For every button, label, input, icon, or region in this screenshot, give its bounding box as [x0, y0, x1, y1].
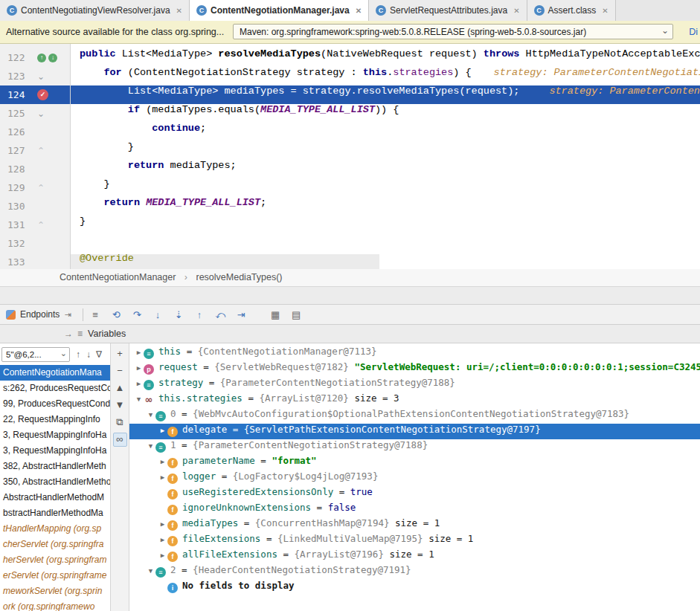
stack-frame-item[interactable]: bstractHandlerMethodMa: [0, 505, 110, 521]
stack-frame-item[interactable]: erServlet (org.springframe: [0, 568, 110, 583]
code-line[interactable]: }: [71, 178, 700, 197]
close-tab-icon[interactable]: ✕: [602, 7, 608, 15]
stack-frame-item[interactable]: 3, RequestMappingInfoHa: [0, 427, 110, 443]
pin-tab-icon[interactable]: ⇥: [64, 310, 71, 320]
next-frame-icon[interactable]: ↓: [83, 349, 94, 360]
expand-arrow-icon[interactable]: ▶: [134, 349, 144, 356]
stack-frame-item[interactable]: tHandlerMapping (org.sp: [0, 521, 110, 537]
variable-row[interactable]: ▼≡1 = {ParameterContentNegotiationStrate…: [129, 439, 700, 455]
collapse-arrow-icon[interactable]: ▼: [146, 567, 155, 575]
variable-row[interactable]: ▶≡this = {ContentNegotiationManager@7113…: [129, 346, 700, 361]
stack-frame-item[interactable]: AbstractHandlerMethodM: [0, 490, 110, 505]
code-line[interactable]: for (ContentNegotiationStrategy strategy…: [71, 67, 700, 85]
expand-arrow-icon[interactable]: ▶: [158, 520, 167, 528]
fold-start-icon[interactable]: ⌄: [37, 72, 45, 81]
previous-frame-icon[interactable]: ↑: [73, 349, 83, 360]
code-line[interactable]: @Override: [71, 253, 700, 269]
code-line[interactable]: return MEDIA_TYPE_ALL_LIST;: [71, 197, 700, 216]
fold-end-icon[interactable]: ⌃: [37, 221, 45, 230]
expand-arrow-icon[interactable]: ▶: [158, 458, 167, 465]
breadcrumb-class[interactable]: ContentNegotiationManager: [60, 272, 176, 282]
breadcrumb-method[interactable]: resolveMediaTypes(): [196, 272, 283, 282]
force-step-into-icon[interactable]: ⇣: [172, 308, 186, 322]
code-line[interactable]: }: [71, 216, 700, 234]
code-line[interactable]: }: [71, 141, 700, 160]
collapse-arrow-icon[interactable]: ▼: [134, 395, 144, 403]
code-line[interactable]: if (mediaTypes.equals(MEDIA_TYPE_ALL_LIS…: [71, 104, 700, 123]
fold-start-icon[interactable]: ⌄: [37, 109, 45, 118]
step-into-icon[interactable]: ↓: [151, 308, 165, 322]
variable-row[interactable]: ▼∞this.strategies = {ArrayList@7120} siz…: [129, 392, 700, 408]
run-to-cursor-icon[interactable]: ⇥: [234, 308, 248, 322]
variable-row[interactable]: ▶prequest = {ServletWebRequest@7182} "Se…: [129, 361, 700, 377]
close-tab-icon[interactable]: ✕: [356, 7, 362, 15]
disable-link[interactable]: Di: [689, 21, 698, 44]
stack-frame-item[interactable]: s:262, ProducesRequestCo: [0, 381, 110, 396]
menu-icon[interactable]: ≡: [77, 329, 83, 339]
stack-frame-item[interactable]: 22, RequestMappingInfo: [0, 412, 110, 427]
code-line[interactable]: List<MediaType> mediaTypes = strategy.re…: [71, 85, 700, 104]
expand-arrow-icon[interactable]: ▶: [158, 536, 167, 543]
layout-settings-icon[interactable]: ▤: [289, 308, 304, 322]
step-out-icon[interactable]: ↑: [193, 308, 207, 322]
variable-row[interactable]: ▶fmediaTypes = {ConcurrentHashMap@7194} …: [129, 517, 700, 533]
duplicate-watch-icon[interactable]: ⧉: [114, 416, 126, 428]
collapse-arrow-icon[interactable]: ▼: [146, 442, 155, 450]
show-execution-point-icon[interactable]: ⟲: [109, 308, 123, 322]
show-watches-icon[interactable]: ∞: [113, 433, 127, 447]
editor-code-area[interactable]: public List<MediaType> resolveMediaTypes…: [71, 44, 700, 269]
stack-frame-item[interactable]: 350, AbstractHandlerMetho: [0, 474, 110, 490]
variable-row[interactable]: fuseRegisteredExtensionsOnly = true: [129, 486, 700, 502]
variable-row[interactable]: ▶flogger = {LogFactory$Log4jLog@7193}: [129, 471, 700, 486]
stack-frame-item[interactable]: 99, ProducesRequestCond: [0, 396, 110, 412]
overridden-marker-icon[interactable]: ↓: [48, 54, 57, 62]
editor-tab[interactable]: CContentNegotiatingViewResolver.java✕: [0, 0, 190, 21]
variable-row[interactable]: ▼≡2 = {HeaderContentNegotiationStrategy@…: [129, 564, 700, 580]
stack-frame-item[interactable]: 3, RequestMappingInfoHa: [0, 443, 110, 459]
view-as-table-icon[interactable]: ▦: [269, 308, 283, 322]
expand-arrow-icon[interactable]: ▶: [158, 473, 167, 481]
expand-arrow-icon[interactable]: ▶: [158, 552, 167, 559]
hide-library-frames-icon[interactable]: ∇: [94, 349, 104, 360]
variable-row[interactable]: ▶fdelegate = {ServletPathExtensionConten…: [129, 424, 700, 439]
move-watch-up-icon[interactable]: ▲: [114, 381, 126, 394]
variable-row[interactable]: ▶fallFileExtensions = {ArrayList@7196} s…: [129, 549, 700, 564]
threads-list-icon[interactable]: ≡: [89, 308, 103, 322]
expand-arrow-icon[interactable]: ▶: [134, 364, 144, 372]
variable-row[interactable]: ▶fparameterName = "format": [129, 455, 700, 471]
breakpoint-icon[interactable]: ✓: [37, 89, 48, 100]
expand-arrow-icon[interactable]: ▶: [134, 380, 144, 387]
fold-end-icon[interactable]: ⌃: [37, 146, 45, 155]
variable-row[interactable]: ▼≡0 = {WebMvcAutoConfiguration$OptionalP…: [129, 408, 700, 424]
variable-row[interactable]: ▶≡strategy = {ParameterContentNegotiatio…: [129, 377, 700, 392]
stack-frame-item[interactable]: ork (org.springframewo: [0, 599, 110, 611]
stack-frame-item[interactable]: ContentNegotiationMana: [0, 365, 110, 381]
add-watch-icon[interactable]: +: [114, 347, 126, 360]
fold-end-icon[interactable]: ⌃: [37, 184, 45, 193]
code-line[interactable]: return mediaTypes;: [71, 160, 700, 178]
code-line[interactable]: public List<MediaType> resolveMediaTypes…: [71, 48, 700, 67]
stack-frame-item[interactable]: meworkServlet (org.sprin: [0, 583, 110, 599]
close-tab-icon[interactable]: ✕: [513, 7, 519, 15]
code-line[interactable]: [71, 234, 700, 253]
thread-selector-dropdown[interactable]: 5"@6,2... ⌄: [1, 347, 70, 362]
editor-tab[interactable]: CContentNegotiationManager.java✕: [190, 0, 369, 21]
editor-tab[interactable]: CServletRequestAttributes.java✕: [369, 0, 527, 21]
collapse-arrow-icon[interactable]: ▼: [146, 411, 155, 418]
code-line[interactable]: continue;: [71, 123, 700, 141]
tab-endpoints[interactable]: Endpoints ⇥: [0, 305, 77, 324]
close-tab-icon[interactable]: ✕: [176, 7, 182, 15]
move-watch-down-icon[interactable]: ▼: [114, 398, 126, 411]
editor-tab[interactable]: CAssert.class✕: [527, 0, 616, 21]
variable-row[interactable]: iNo fields to display: [129, 580, 700, 595]
step-over-icon[interactable]: ↷: [130, 308, 144, 322]
remove-watch-icon[interactable]: −: [114, 364, 126, 377]
implementing-marker-icon[interactable]: ↑: [37, 54, 46, 62]
stack-frame-item[interactable]: 382, AbstractHandlerMeth: [0, 459, 110, 474]
stack-frame-item[interactable]: cherServlet (org.springfra: [0, 537, 110, 552]
drop-frame-icon[interactable]: ⤺: [213, 308, 228, 322]
source-jar-dropdown[interactable]: Maven: org.springframework:spring-web:5.…: [233, 24, 673, 39]
expand-arrow-icon[interactable]: ▶: [158, 427, 167, 434]
variable-row[interactable]: fignoreUnknownExtensions = false: [129, 502, 700, 517]
variable-row[interactable]: ▶ffileExtensions = {LinkedMultiValueMap@…: [129, 533, 700, 549]
